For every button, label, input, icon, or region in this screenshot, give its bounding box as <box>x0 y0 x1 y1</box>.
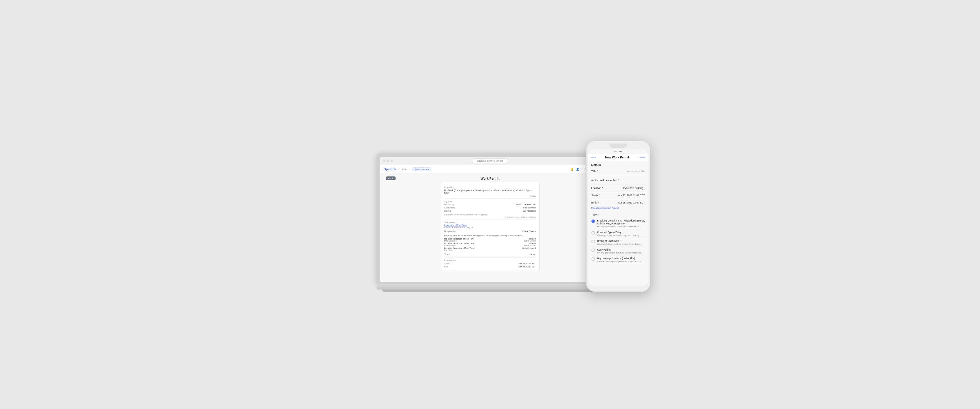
phone-details-title: Details <box>592 161 645 168</box>
phone-radio-3 <box>592 240 595 243</box>
phone-radio-title-2: Confined Space Entry <box>597 231 642 234</box>
scene: opslock.io/work-permit 🔔 Opslock Home › … <box>330 117 650 292</box>
sig-supervising-value: Frank Grimes <box>523 207 536 209</box>
hash-text: © #239a244-ab9-lbe-9e11-e34f2219d9d <box>444 216 536 218</box>
starts-value: Mar 23, 10:54 EDT <box>519 263 536 265</box>
phone-radio-5 <box>592 257 595 261</box>
responsible-label: Responsible <box>444 230 457 233</box>
phone-ends-label: Ends * <box>592 201 599 204</box>
phone-location-field[interactable]: Location * Executive Building › <box>592 185 645 192</box>
phone-time: 9:41 AM <box>614 151 622 152</box>
isolation-2-sub: Coffee Maker <box>444 244 474 247</box>
phone-type-option-1[interactable]: Breaking Containment - Hazardous Energy,… <box>592 218 645 229</box>
work-permit-header: Back Work Permit — <box>386 177 594 180</box>
sig-row-supervising: Supervising Frank Grimes <box>444 206 536 209</box>
permit-type-value: Hot Work (For anything outside of a desi… <box>444 189 536 194</box>
phone-radio-title-1: Breaking Containment - Hazardous Energy,… <box>597 219 645 225</box>
task-summary-label: Task summary <box>444 221 536 223</box>
signature-table: Performing Visitor - Joe Meadows Supervi… <box>444 203 536 212</box>
phone-location-label: Location * <box>592 187 603 190</box>
phone-ends-value: Apr 28, 2022 12:02 EDT <box>618 201 645 204</box>
phone: 9:41 AM Back New Work Permit Create Deta… <box>586 141 650 292</box>
sig-performing-label: Performing <box>444 203 454 206</box>
app-breadcrumb: Home › Splash Nuclear <box>399 167 431 171</box>
phone-type-option-2[interactable]: Confined Space Entry Entering a space wi… <box>592 229 645 238</box>
phone-location-value: Executive Building <box>623 187 643 190</box>
sig-issuing-value: Joe Meadows <box>523 210 536 212</box>
starts-row: Starts Mar 23, 10:54 EDT <box>444 262 536 265</box>
location-chevron-icon: › <box>644 187 645 190</box>
phone-radio-4 <box>592 249 595 252</box>
phone-radio-desc-5: Any work that exposes personnel to elect… <box>597 260 643 263</box>
laptop-base <box>377 284 604 290</box>
phone-radio-title-5: High Voltage Systems (under 1kV) <box>597 257 643 260</box>
url-bar[interactable]: opslock.io/work-permit <box>472 159 508 163</box>
maximize-dot <box>391 160 393 162</box>
isolation-2-status: Isolated <box>524 243 536 244</box>
isolation-3-label: Isolation: Inspection of Fuel Tank <box>444 247 474 249</box>
isolation-1-person: Frank Grimes <box>524 240 536 242</box>
isolation-1-sub: Main Engine #1 <box>444 240 474 242</box>
task-title-link[interactable]: Inspection of Fuel Tank <box>444 224 536 227</box>
phone-type-option-5[interactable]: High Voltage Systems (under 1kV) Any wor… <box>592 255 645 264</box>
phone-radio-1 <box>592 219 595 223</box>
isolation-1: Isolation: Inspection of Fuel Tank Main … <box>444 238 536 242</box>
phone-radio-desc-1: For any work that will break the contain… <box>597 225 645 228</box>
home-link[interactable]: Home <box>399 168 407 171</box>
permit-content-card: Permit type Hot Work (For anything outsi… <box>441 182 539 271</box>
phone-type-option-3[interactable]: Diving or Underwater Work which involves… <box>592 238 645 247</box>
laptop-bottom <box>382 290 598 292</box>
phone-description-field[interactable]: Add a brief description * <box>592 175 645 185</box>
phone-back-button[interactable]: Back <box>591 156 596 159</box>
laptop: opslock.io/work-permit 🔔 Opslock Home › … <box>377 154 604 292</box>
phone-date-hint: Max allowed length of 7 day(s). <box>592 206 645 210</box>
end-value: Mar 25, 17:30 EDT <box>519 266 536 268</box>
notification-bell-icon[interactable]: 🔔 <box>571 168 574 171</box>
phone-radio-desc-2: Entering a space with limited egress, no… <box>597 234 642 236</box>
app-logo[interactable]: Opslock <box>383 167 396 171</box>
breadcrumb-separator: › <box>409 168 410 171</box>
phone-create-button[interactable]: Create <box>638 156 645 159</box>
back-button[interactable]: Back <box>386 176 396 180</box>
sig-row-issuing: Issuing Joe Meadows <box>444 209 536 212</box>
phone-radio-desc-3: Work which involves diving or is perform… <box>597 243 641 245</box>
permit-details-label: Permit details <box>444 259 536 262</box>
divider-3 <box>444 257 536 258</box>
isolation-3-sub: Fuel Tank <box>444 249 474 251</box>
minimize-dot <box>387 160 389 162</box>
phone-content: Details Title * Work permit title Add a … <box>588 161 649 277</box>
laptop-content-area: Back Work Permit — Permit type Hot Work … <box>380 174 600 282</box>
app-navbar: Opslock Home › Splash Nuclear 🔔 👤 Hi, Fr… <box>380 165 600 174</box>
phone-page-title: New Work Permit <box>605 156 629 159</box>
phone-radio-title-4: Gas Welding <box>597 248 643 251</box>
responsible-value: Frank Grimes <box>522 230 536 233</box>
team-row: Team None <box>444 252 536 256</box>
user-avatar-icon: 👤 <box>576 168 579 171</box>
phone-type-option-4[interactable]: Gas Welding For any gas welding activiti… <box>592 247 645 255</box>
signatures-note: Signatures on this work permit are valid… <box>444 214 536 216</box>
phone-starts-value: Apr 27, 2022 12:02 EDT <box>618 194 645 197</box>
phone-starts-field[interactable]: Starts * Apr 27, 2022 12:02 EDT <box>592 192 645 199</box>
phone-radio-2 <box>592 231 595 235</box>
phone-ends-field[interactable]: Ends * Apr 28, 2022 12:02 EDT <box>592 199 645 206</box>
browser-top-bar: opslock.io/work-permit 🔔 <box>380 157 600 165</box>
phone-navbar: Back New Work Permit Create <box>588 154 649 161</box>
phone-title-label: Title * <box>592 170 598 173</box>
isolation-3: Isolation: Inspection of Fuel Tank Fuel … <box>444 247 536 251</box>
isolation-2: Isolation: Inspection of Fuel Tank Coffe… <box>444 243 536 247</box>
phone-starts-label: Starts * <box>592 194 600 197</box>
isolation-2-label: Isolation: Inspection of Fuel Tank <box>444 243 474 244</box>
end-row: End Mar 25, 17:30 EDT <box>444 265 536 268</box>
team-value: None <box>531 253 536 255</box>
permit-type-label: Permit type <box>444 186 536 189</box>
laptop-bezel: opslock.io/work-permit 🔔 Opslock Home › … <box>377 154 604 284</box>
phone-type-label: Type * <box>592 212 645 218</box>
close-dot <box>383 160 385 162</box>
isolation-3-status: Not yet started <box>522 247 536 249</box>
phone-title-field[interactable]: Title * Work permit title <box>592 168 645 175</box>
breadcrumb-splash[interactable]: Splash Nuclear <box>412 167 431 171</box>
sig-performing-value: Visitor - Joe Meadows <box>516 203 536 206</box>
phone-screen: 9:41 AM Back New Work Permit Create Deta… <box>588 149 649 286</box>
isolation-1-label: Isolation: Inspection of Fuel Tank <box>444 238 474 240</box>
isolation-2-person: Frank Grimes <box>524 244 536 247</box>
